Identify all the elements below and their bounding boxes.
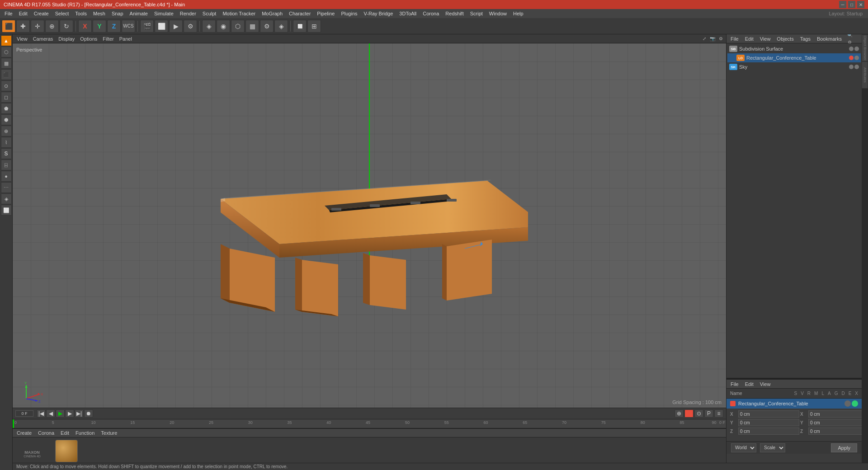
subdiv-vis-2[interactable] xyxy=(854,47,859,51)
play-btn[interactable]: ▶ xyxy=(56,409,65,418)
tool-knife[interactable]: ⊕ xyxy=(1,126,12,136)
menu-create[interactable]: Create xyxy=(31,10,52,17)
menu-pipeline[interactable]: Pipeline xyxy=(314,10,337,17)
obj-menu-tags[interactable]: Tags xyxy=(798,36,813,42)
sky-vis-2[interactable] xyxy=(854,65,859,69)
obj-row-subdiv[interactable]: SB Subdivision Surface xyxy=(727,44,861,53)
pos-z-input[interactable] xyxy=(738,428,799,435)
y-axis-btn[interactable]: Y xyxy=(93,20,106,33)
menu-help[interactable]: Help xyxy=(510,10,526,17)
render-region-btn[interactable]: ⬜ xyxy=(155,20,168,33)
tc-icon-3[interactable]: ⊙ xyxy=(694,409,703,418)
menu-sculpt[interactable]: Sculpt xyxy=(200,10,219,17)
mat-menu-corona[interactable]: Corona xyxy=(36,430,57,436)
scale-tool-btn[interactable]: ⊕ xyxy=(45,20,59,33)
obj-ctrl-2[interactable] xyxy=(852,400,858,407)
vp-icon-expand[interactable]: ⤢ xyxy=(701,35,708,42)
mode-model-btn[interactable]: ⬛ xyxy=(2,20,15,33)
tool-brush[interactable]: ⌸ xyxy=(1,160,12,170)
rot-p-input[interactable] xyxy=(808,419,868,426)
vp-menu-options[interactable]: Options xyxy=(78,36,99,42)
view-settings-btn[interactable]: ⚙ xyxy=(260,20,274,33)
tool-select-rect[interactable]: ⬡ xyxy=(1,47,12,57)
shader-btn[interactable]: ◈ xyxy=(274,20,288,33)
table-vis-2[interactable] xyxy=(854,56,859,60)
vp-menu-panel[interactable]: Panel xyxy=(117,36,134,42)
tool-path[interactable]: ⌇ xyxy=(1,137,12,148)
tool-dots[interactable]: ⋯ xyxy=(1,182,12,193)
sky-vis-1[interactable] xyxy=(849,65,854,69)
rot-h-input[interactable] xyxy=(808,410,868,418)
subdiv-vis-1[interactable] xyxy=(849,47,854,51)
obj-search-icon[interactable]: 🔍 xyxy=(846,34,854,39)
go-end-btn[interactable]: ▶| xyxy=(75,409,84,418)
menu-file[interactable]: File xyxy=(2,10,15,17)
selected-obj-row[interactable]: Rectangular_Conference_Table xyxy=(726,399,862,409)
obj-row-table[interactable]: LO Rectangular_Conference_Table xyxy=(727,53,861,62)
viewport-3d[interactable]: Perspective xyxy=(13,43,726,408)
menu-edit[interactable]: Edit xyxy=(16,10,30,17)
table-vis-1[interactable] xyxy=(849,56,854,60)
tc-icon-4[interactable]: P xyxy=(704,409,713,418)
mode-texture-btn[interactable]: ✚ xyxy=(16,20,30,33)
material-thumbnail[interactable] xyxy=(55,440,78,462)
menu-animate[interactable]: Animate xyxy=(127,10,151,17)
menu-mesh[interactable]: Mesh xyxy=(90,10,108,17)
obj-menu-objects[interactable]: Objects xyxy=(774,36,796,42)
tool-magnet[interactable]: ◈ xyxy=(1,193,12,204)
mat-menu-create[interactable]: Create xyxy=(14,430,34,436)
menu-mograph[interactable]: MoGraph xyxy=(259,10,285,17)
tc-icon-1[interactable]: ⊕ xyxy=(675,409,684,418)
close-button[interactable]: ✕ xyxy=(857,1,864,8)
world-dropdown[interactable]: World xyxy=(731,443,756,452)
vp-menu-cameras[interactable]: Cameras xyxy=(31,36,56,42)
attr-menu-edit[interactable]: Edit xyxy=(743,381,756,387)
vp-menu-display[interactable]: Display xyxy=(56,36,77,42)
rotate-tool-btn[interactable]: ↻ xyxy=(60,20,73,33)
tool-weld[interactable]: ⬢ xyxy=(1,114,12,125)
menu-tools[interactable]: Tools xyxy=(72,10,90,17)
tool-move[interactable]: ▲ xyxy=(1,35,12,46)
record-btn[interactable]: ⏺ xyxy=(84,409,93,418)
menu-script[interactable]: Script xyxy=(467,10,486,17)
apply-button[interactable]: Apply xyxy=(831,443,857,452)
vp-menu-filter[interactable]: Filter xyxy=(100,36,116,42)
tool-spline[interactable]: S xyxy=(1,148,12,159)
ipr-btn[interactable]: ▶ xyxy=(169,20,183,33)
tool-mirror[interactable]: ⬜ xyxy=(1,205,12,216)
menu-3dtoall[interactable]: 3DToAll xyxy=(396,10,419,17)
menu-vray[interactable]: V-Ray Bridge xyxy=(361,10,396,17)
menu-simulate[interactable]: Simulate xyxy=(151,10,176,17)
z-axis-btn[interactable]: Z xyxy=(107,20,121,33)
x-axis-btn[interactable]: X xyxy=(78,20,92,33)
menu-motiontracker[interactable]: Motion Tracker xyxy=(220,10,258,17)
grid-btn[interactable]: ▦ xyxy=(245,20,259,33)
tool-poly[interactable]: ⬛ xyxy=(1,69,12,80)
maximize-button[interactable]: □ xyxy=(848,1,855,8)
tab-attributes[interactable]: Attributes xyxy=(862,61,868,89)
display-mode-btn[interactable]: ◈ xyxy=(202,20,216,33)
vp-menu-view[interactable]: View xyxy=(14,36,30,42)
world-coord-btn[interactable]: WCS xyxy=(122,20,135,33)
pos-y-input[interactable] xyxy=(738,419,799,426)
attr-menu-view[interactable]: View xyxy=(758,381,773,387)
rot-b-input[interactable] xyxy=(808,428,868,435)
next-frame-btn[interactable]: ▶ xyxy=(65,409,74,418)
tool-uv[interactable]: ⬟ xyxy=(1,103,12,114)
menu-render[interactable]: Render xyxy=(177,10,199,17)
mat-menu-edit[interactable]: Edit xyxy=(58,430,71,436)
tc-icon-5[interactable]: ≡ xyxy=(714,409,723,418)
menu-window[interactable]: Window xyxy=(486,10,509,17)
render-btn[interactable]: 🎬 xyxy=(140,20,154,33)
obj-menu-bookmarks[interactable]: Bookmarks xyxy=(815,36,844,42)
tc-icon-2[interactable] xyxy=(684,409,693,418)
tool-edge[interactable]: ⊙ xyxy=(1,80,12,91)
mat-menu-function[interactable]: Function xyxy=(73,430,97,436)
snap2-btn[interactable]: ⊞ xyxy=(307,20,321,33)
gouraud-btn[interactable]: ◉ xyxy=(217,20,230,33)
scale-dropdown[interactable]: Scale xyxy=(760,443,785,452)
move-tool-btn[interactable]: ✛ xyxy=(31,20,44,33)
pos-x-input[interactable] xyxy=(738,410,799,418)
menu-redshift[interactable]: Redshift xyxy=(443,10,466,17)
menu-corona[interactable]: Corona xyxy=(420,10,442,17)
